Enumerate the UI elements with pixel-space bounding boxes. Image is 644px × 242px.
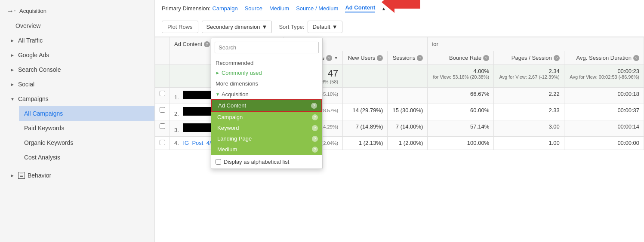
secondary-dimension-dropdown: Recommended ► Commonly used More dimensi… xyxy=(211,38,323,169)
row-2-new-users: 14 (29.79%) xyxy=(343,104,388,120)
primary-dim-medium[interactable]: Medium xyxy=(269,5,289,12)
help-icon[interactable]: ? xyxy=(312,147,318,153)
primary-dim-source-medium[interactable]: Source / Medium xyxy=(296,5,338,12)
th-avg-session: Avg. Session Duration ? xyxy=(564,51,644,65)
row-1-pages-session: 2.22 xyxy=(494,88,564,104)
help-icon[interactable]: ? xyxy=(312,136,318,142)
commonly-used-item[interactable]: ► Commonly used xyxy=(211,69,322,78)
help-icon[interactable]: ? xyxy=(554,55,560,61)
th-bounce-rate: Bounce Rate ? xyxy=(428,51,494,65)
main-content: Primary Dimension: Campaign Source Mediu… xyxy=(155,0,644,242)
row-1-new-users xyxy=(343,88,388,104)
total-sessions xyxy=(388,65,428,88)
acquisition-section-label: ▼ Acquisition xyxy=(211,89,322,99)
sidebar-item-all-traffic[interactable]: ► All Traffic xyxy=(0,33,154,48)
dropdown-item-landing-page[interactable]: Landing Page ? xyxy=(211,133,322,144)
chevron-down-icon: ▼ xyxy=(262,24,268,30)
sidebar-item-all-campaigns[interactable]: All Campaigns xyxy=(19,106,154,121)
sort-type-select[interactable]: Default ▼ xyxy=(308,21,342,33)
chevron-down-icon: ▼ xyxy=(332,24,338,30)
total-new-users xyxy=(343,65,388,88)
acquisition-icon: →‧ xyxy=(7,7,16,15)
help-icon[interactable]: ? xyxy=(312,125,318,131)
dropdown-footer: Display as alphabetical list xyxy=(211,155,322,168)
row-3-new-users: 7 (14.89%) xyxy=(343,120,388,137)
help-icon[interactable]: ? xyxy=(312,114,318,120)
row-4-pages-session: 1.00 xyxy=(494,137,564,150)
svg-marker-0 xyxy=(382,0,420,13)
dropdown-search-input[interactable] xyxy=(215,42,319,53)
help-icon[interactable]: ? xyxy=(483,55,489,61)
row-4-bounce-rate: 100.00% xyxy=(428,137,494,150)
sidebar-item-cost-analysis[interactable]: Cost Analysis xyxy=(19,150,154,165)
chevron-right-icon: ► xyxy=(10,173,15,178)
row-checkbox[interactable] xyxy=(160,123,165,129)
chevron-right-icon: ► xyxy=(10,82,15,87)
chevron-right-icon: ► xyxy=(216,70,220,75)
total-pages-session: 2.34 Avg for View: 2.67 (-12.39%) xyxy=(494,65,564,88)
row-1-avg-session: 00:00:18 xyxy=(564,88,644,104)
row-checkbox[interactable] xyxy=(160,91,165,96)
primary-dim-ad-content[interactable]: Ad Content xyxy=(345,4,375,12)
sidebar-item-paid-keywords[interactable]: Paid Keywords xyxy=(19,121,154,135)
sidebar-item-campaigns[interactable]: ▼ Campaigns xyxy=(0,92,154,106)
chevron-right-icon: ► xyxy=(10,53,15,58)
th-behavior-group: ior xyxy=(428,37,644,51)
row-2-bounce-rate: 60.00% xyxy=(428,104,494,120)
sidebar-item-search-console[interactable]: ► Search Console xyxy=(0,62,154,77)
th-pages-session: Pages / Session ? xyxy=(494,51,564,65)
toolbar-row: Plot Rows Secondary dimension ▼ Sort Typ… xyxy=(155,17,644,37)
row-1-sessions xyxy=(388,88,428,104)
sort-type-label: Sort Type: xyxy=(279,24,304,30)
dropdown-item-ad-content[interactable]: Ad Content ? xyxy=(211,99,322,112)
red-arrow-indicator xyxy=(382,0,420,13)
sidebar-item-google-ads[interactable]: ► Google Ads xyxy=(0,48,154,62)
more-dimensions-label: More dimensions xyxy=(211,78,322,89)
dropdown-item-medium[interactable]: Medium ? xyxy=(211,144,322,155)
sidebar-acquisition-label: Acquisition xyxy=(19,8,46,14)
primary-dim-source[interactable]: Source xyxy=(245,5,262,12)
help-icon[interactable]: ? xyxy=(326,55,332,61)
plot-rows-button[interactable]: Plot Rows xyxy=(162,21,198,33)
help-icon[interactable]: ? xyxy=(311,103,317,109)
sidebar-item-organic-keywords[interactable]: Organic Keywords xyxy=(19,135,154,150)
sidebar-item-social[interactable]: ► Social xyxy=(0,77,154,92)
alphabetical-list-label[interactable]: Display as alphabetical list xyxy=(224,159,289,165)
primary-dim-campaign[interactable]: Campaign xyxy=(212,5,237,12)
row-3-pages-session: 3.00 xyxy=(494,120,564,137)
help-icon[interactable]: ? xyxy=(633,55,639,61)
dropdown-search-area xyxy=(211,38,322,57)
help-icon[interactable]: ? xyxy=(204,41,210,47)
chevron-down-icon: ▼ xyxy=(216,92,220,97)
sidebar-item-overview[interactable]: Overview xyxy=(0,18,154,33)
alphabetical-list-checkbox[interactable] xyxy=(216,159,221,165)
primary-dimension-bar: Primary Dimension: Campaign Source Mediu… xyxy=(155,0,644,17)
help-icon[interactable]: ? xyxy=(377,55,383,61)
primary-dim-ad-content-wrapper: Ad Content ▲ xyxy=(345,4,386,12)
row-2-avg-session: 00:00:37 xyxy=(564,104,644,120)
row-3-sessions: 7 (14.00%) xyxy=(388,120,428,137)
secondary-dimension-button[interactable]: Secondary dimension ▼ xyxy=(202,21,272,33)
recommended-label: Recommended xyxy=(211,57,322,69)
row-4-sessions: 1 (2.00%) xyxy=(388,137,428,150)
th-checkbox xyxy=(155,37,170,51)
sidebar-item-behavior[interactable]: ► ☰ Behavior xyxy=(0,168,154,183)
row-checkbox[interactable] xyxy=(160,107,165,113)
total-bounce-rate: 4.00% for View: 53.16% (20.38%) xyxy=(428,65,494,88)
row-2-sessions: 15 (30.00%) xyxy=(388,104,428,120)
chevron-right-icon: ► xyxy=(10,38,15,43)
dropdown-item-keyword[interactable]: Keyword ? xyxy=(211,123,322,133)
row-4-avg-session: 00:00:00 xyxy=(564,137,644,150)
row-2-pages-session: 2.33 xyxy=(494,104,564,120)
chevron-right-icon: ► xyxy=(10,67,15,72)
help-icon[interactable]: ? xyxy=(417,55,423,61)
row-3-avg-session: 00:00:14 xyxy=(564,120,644,137)
row-checkbox[interactable] xyxy=(160,140,165,145)
campaigns-submenu: All Campaigns Paid Keywords Organic Keyw… xyxy=(0,106,154,165)
sidebar: →‧ Acquisition Overview ► All Traffic ► … xyxy=(0,0,155,242)
sidebar-acquisition-header[interactable]: →‧ Acquisition xyxy=(0,3,154,18)
th-checkbox-sub xyxy=(155,51,170,65)
dropdown-item-campaign[interactable]: Campaign ? xyxy=(211,112,322,123)
row-3-bounce-rate: 57.14% xyxy=(428,120,494,137)
th-new-users: New Users ? xyxy=(343,51,388,65)
